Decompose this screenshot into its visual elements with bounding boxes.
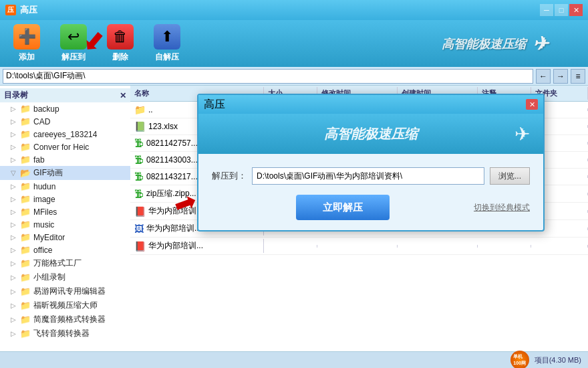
table-row[interactable]: 📕华为内部培训...: [130, 238, 588, 255]
sidebar-item-image[interactable]: ▷📁image: [0, 193, 130, 205]
airplane-icon: ✈: [533, 33, 548, 55]
title-controls: ─ □ ✕: [540, 4, 583, 16]
selfextract-icon: ⬆: [154, 24, 180, 50]
app-title: 高压: [20, 4, 37, 16]
sidebar-item-fab[interactable]: ▷📁fab: [0, 153, 130, 166]
sidebar-item-gif[interactable]: ▽📂GIF动画: [0, 166, 130, 180]
zip-icon: 🗜: [134, 189, 144, 199]
sidebar-item-hudun[interactable]: ▷📁hudun: [0, 180, 130, 193]
sidebar-item-backup[interactable]: ▷📁backup: [0, 102, 130, 115]
add-icon: ➕: [13, 24, 40, 50]
zip-icon: 🗜: [134, 171, 144, 182]
selfextract-button[interactable]: ⬆ 自解压: [147, 21, 187, 66]
dialog-title-bar: 高压 ✕: [198, 95, 543, 114]
close-button[interactable]: ✕: [569, 4, 583, 16]
sidebar-item-myeditor[interactable]: ▷📁MyEditor: [0, 231, 130, 244]
dialog-close-button[interactable]: ✕: [526, 99, 538, 110]
extract-row: 解压到： 浏览...: [212, 167, 530, 185]
sidebar-item-music[interactable]: ▷📁music: [0, 218, 130, 231]
xlsx-icon: 📗: [134, 121, 146, 132]
sidebar-item-cad[interactable]: ▷📁CAD: [0, 115, 130, 128]
sidebar-item-xiaozu[interactable]: ▷📁小组录制: [0, 270, 130, 284]
menu-button[interactable]: ≡: [571, 69, 585, 84]
extract-path-input[interactable]: [252, 167, 484, 185]
title-bar-left: 压 高压: [5, 4, 37, 16]
extract-dialog: 高压 ✕ 高智能极速压缩 ✈ 解压到： 浏览... 立即解压 切换到经典模式: [197, 94, 545, 232]
sidebar-item-waneng[interactable]: ▷📁万能格式工厂: [0, 256, 130, 270]
address-bar: ← → ≡: [0, 67, 588, 86]
minimize-button[interactable]: ─: [540, 4, 553, 16]
title-bar: 压 高压 ─ □ ✕: [0, 0, 588, 20]
dialog-airplane-icon: ✈: [514, 123, 530, 145]
zip-icon: 🗜: [134, 138, 144, 149]
sidebar-item-jianmo[interactable]: ▷📁简魔音频格式转换器: [0, 312, 130, 327]
brand-text: 高智能极速压缩: [442, 35, 526, 52]
sidebar-item-mfiles[interactable]: ▷📁MFiles: [0, 205, 130, 218]
extract-label: 解压到：: [212, 170, 247, 182]
pdf-icon: 📕: [134, 206, 146, 217]
back-button[interactable]: ←: [536, 69, 551, 84]
sidebar-item-yiyou[interactable]: ▷📁易游网讯专用编辑器: [0, 284, 130, 298]
brand-area: 高智能极速压缩 ✈: [442, 33, 548, 55]
dialog-brand-text: 高智能极速压缩: [324, 125, 418, 143]
sidebar-item-feizhuan[interactable]: ▷📁飞转音频转换器: [0, 327, 130, 341]
sidebar-title: 目录树: [4, 90, 28, 101]
dialog-actions: 立即解压 切换到经典模式: [212, 195, 530, 220]
sidebar-header: 目录树 ✕: [0, 88, 130, 102]
browse-button[interactable]: 浏览...: [490, 167, 530, 185]
watermark-logo: 单机100网: [510, 351, 529, 368]
sidebar: 目录树 ✕ ▷📁backup ▷📁CAD ▷📁carееyes_183214 ▷…: [0, 86, 130, 351]
zip-icon: 🗜: [134, 155, 144, 165]
sidebar-item-conver[interactable]: ▷📁Conver for Heic: [0, 141, 130, 153]
item-count: 项目(4.30 MB): [535, 355, 581, 365]
address-input[interactable]: [3, 69, 533, 84]
selfextract-label: 自解压: [155, 52, 179, 63]
delete-label: 删除: [112, 52, 128, 63]
pdf-icon: 📕: [134, 241, 146, 252]
extract-label: 解压到: [61, 52, 86, 63]
status-right: 单机100网 项目(4.30 MB): [510, 351, 581, 368]
maximize-button[interactable]: □: [555, 4, 568, 16]
classic-mode-link[interactable]: 切换到经典模式: [474, 202, 530, 213]
add-label: 添加: [19, 52, 35, 63]
sidebar-item-fuxin[interactable]: ▷📁福昕视频压缩大师: [0, 298, 130, 312]
img-icon: 🖼: [134, 223, 144, 234]
dialog-header-area: 高智能极速压缩 ✈: [198, 114, 543, 154]
dialog-title-text: 高压: [204, 98, 225, 112]
app-icon: 压: [5, 5, 16, 15]
status-bar: 单机100网 项目(4.30 MB): [0, 351, 588, 368]
dialog-body: 解压到： 浏览... 立即解压 切换到经典模式: [198, 154, 543, 230]
sidebar-item-careeyes[interactable]: ▷📁carееyes_183214: [0, 128, 130, 141]
folder-up-icon: 📁: [134, 104, 146, 115]
forward-button[interactable]: →: [553, 69, 568, 84]
extract-now-button[interactable]: 立即解压: [296, 195, 390, 220]
sidebar-close-icon: ✕: [120, 91, 126, 100]
sidebar-item-office[interactable]: ▷📁office: [0, 244, 130, 256]
add-button[interactable]: ➕ 添加: [7, 21, 47, 66]
